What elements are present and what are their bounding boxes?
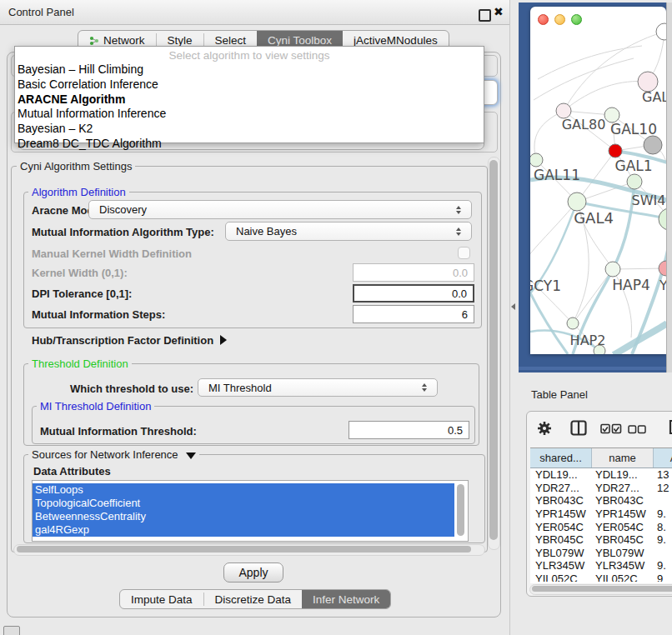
table-row[interactable]: YIL052C YIL052C 9: [530, 572, 672, 582]
node-labels: GAL7 GAL80 GAL10 GAL1 GAL11 SWI4 GAL4 GC…: [530, 89, 666, 348]
table-row[interactable]: YBL079W YBL079W: [530, 547, 672, 560]
control-panel-titlebar: Control Panel ✖: [0, 0, 509, 25]
cyni-bottom-tabbar: Impute Data Discretize Data Infer Networ…: [119, 589, 391, 609]
kernel-width-label: Kernel Width (0,1):: [32, 267, 128, 279]
dropdown-item[interactable]: Basic Correlation Inference: [15, 76, 484, 91]
gear-icon[interactable]: [537, 421, 552, 436]
cyni-algorithm-settings-title: Cyni Algorithm Settings: [17, 160, 135, 172]
node: [659, 261, 666, 276]
combo-spinner-icon: [422, 383, 427, 392]
which-threshold-label: Which threshold to use:: [70, 382, 193, 395]
node-label: SWI4: [632, 192, 666, 208]
node-table[interactable]: shared... name A YDL19... YDL19... 13: [530, 448, 672, 583]
column-header-name[interactable]: name: [592, 448, 654, 468]
column-layout-icon[interactable]: [570, 420, 587, 436]
manual-kernel-checkbox[interactable]: [458, 247, 470, 259]
node-label: GAL1: [614, 158, 652, 174]
network-frame-bottom-strip: [519, 367, 666, 370]
dropdown-item[interactable]: ARACNE Algorithm: [15, 91, 484, 106]
list-item[interactable]: BetweennessCentrality: [33, 510, 454, 523]
list-item[interactable]: TopologicalCoefficient: [33, 497, 454, 510]
combo-spinner-icon: [456, 228, 461, 236]
settings-horizontal-scrollbar-thumb[interactable]: [17, 546, 471, 552]
panel-splitter[interactable]: [510, 0, 519, 635]
table-row[interactable]: YPR145W YPR145W 9.: [530, 508, 672, 521]
float-panel-icon[interactable]: [479, 9, 491, 22]
screen: Control Panel ✖ Network Style Select Cyn…: [0, 0, 672, 635]
control-panel-title: Control Panel: [8, 6, 74, 18]
hub-definition-expander[interactable]: Hub/Transcription Factor Definition: [32, 333, 227, 347]
table-panel-title: Table Panel: [531, 388, 588, 401]
table-row[interactable]: YER054C YER054C 8.: [530, 520, 672, 533]
tab-discretize-data[interactable]: Discretize Data: [204, 590, 303, 608]
dropdown-item[interactable]: Bayesian – Hill Climbing: [15, 62, 484, 76]
table-row[interactable]: YBR045C YBR045C 9.: [530, 533, 672, 547]
kernel-width-field[interactable]: 0.0: [353, 263, 474, 282]
settings-vertical-scrollbar-thumb[interactable]: [489, 160, 498, 540]
node-label: HAP4: [612, 277, 649, 293]
tab-impute-data[interactable]: Impute Data: [120, 590, 203, 608]
list-item[interactable]: SelfLoops: [33, 483, 454, 497]
select-all-icon[interactable]: [600, 423, 622, 434]
network-canvas-window[interactable]: GAL7 GAL80 GAL10 GAL1 GAL11 SWI4 GAL4 GC…: [530, 7, 666, 354]
unselect-all-icon[interactable]: [628, 425, 646, 434]
table-row[interactable]: YDL19... YDL19... 13: [530, 468, 672, 482]
new-document-icon[interactable]: [669, 419, 672, 435]
dpi-tolerance-label: DPI Tolerance [0,1]:: [32, 288, 132, 300]
node: [644, 136, 662, 154]
table-row[interactable]: YBR043C YBR043C: [530, 494, 672, 508]
node: [567, 318, 579, 329]
dpi-tolerance-field[interactable]: 0.0: [353, 284, 474, 302]
nodes[interactable]: [530, 23, 666, 354]
table-panel-box: shared... name A YDL19... YDL19... 13: [526, 411, 672, 597]
dropdown-prompt: Select algorithm to view settings: [15, 47, 484, 62]
aracne-mode-combo[interactable]: Discovery: [88, 200, 472, 219]
splitter-collapse-icon[interactable]: [511, 303, 515, 310]
node-label: GAL80: [562, 117, 606, 132]
manual-kernel-label: Manual Kernel Width Definition: [32, 248, 192, 260]
column-header-shared[interactable]: shared...: [530, 448, 592, 468]
table-row[interactable]: YDR27... YDR27... 12: [530, 482, 672, 495]
window-minimize-icon[interactable]: [554, 14, 565, 25]
dropdown-item[interactable]: Dream8 DC_TDC Algorithm: [15, 135, 484, 150]
node: [568, 192, 586, 211]
algorithm-definition-title: Algorithm Definition: [28, 186, 129, 198]
node: [605, 262, 620, 277]
list-item[interactable]: gal4RGexp: [33, 523, 454, 537]
window-zoom-icon[interactable]: [571, 14, 582, 25]
node-label: GAL10: [610, 121, 657, 138]
sources-title-row[interactable]: Sources for Network Inference: [28, 448, 199, 461]
combo-spinner-icon: [456, 206, 461, 214]
node: [609, 144, 622, 158]
window-close-icon[interactable]: [538, 14, 549, 25]
node: [656, 23, 666, 40]
tab-infer-network[interactable]: Infer Network: [302, 590, 390, 608]
close-panel-icon[interactable]: ✖: [494, 5, 504, 18]
mi-steps-field[interactable]: 6: [353, 305, 474, 323]
network-view-frame: GAL7 GAL80 GAL10 GAL1 GAL11 SWI4 GAL4 GC…: [519, 2, 666, 372]
table-panel: Table Panel: [519, 372, 672, 635]
node-label: GAL4: [574, 209, 614, 227]
apply-button[interactable]: Apply: [223, 562, 283, 582]
node-label: GAL7: [642, 89, 666, 105]
network-graph[interactable]: GAL7 GAL80 GAL10 GAL1 GAL11 SWI4 GAL4 GC…: [530, 7, 666, 354]
table-horizontal-scrollbar-thumb[interactable]: [532, 586, 672, 592]
node-label: Y: [659, 278, 666, 293]
list-vertical-scrollbar[interactable]: [457, 484, 464, 536]
dropdown-item[interactable]: Mutual Information Inference: [15, 106, 484, 120]
dropdown-item[interactable]: Bayesian – K2: [15, 120, 484, 135]
mi-threshold-field[interactable]: 0.5: [349, 421, 469, 439]
node: [627, 174, 642, 189]
mi-type-combo[interactable]: Naive Bayes: [225, 222, 472, 241]
table-row[interactable]: YLR345W YLR345W 9.: [530, 559, 672, 572]
mi-threshold-label: Mutual Information Threshold:: [40, 425, 197, 438]
data-attributes-list[interactable]: SelfLoops TopologicalCoefficient Between…: [32, 480, 469, 542]
collapsed-panel-icon[interactable]: [3, 626, 20, 635]
data-attributes-label: Data Attributes: [33, 465, 111, 478]
threshold-definition-title: Threshold Definition: [28, 358, 132, 370]
which-threshold-combo[interactable]: MI Threshold: [198, 378, 438, 397]
mi-threshold-title: MI Threshold Definition: [37, 400, 154, 412]
algorithm-dropdown-popup: Select algorithm to view settings Bayesi…: [14, 46, 484, 143]
column-header-extra[interactable]: A: [654, 448, 672, 468]
node: [530, 153, 543, 167]
